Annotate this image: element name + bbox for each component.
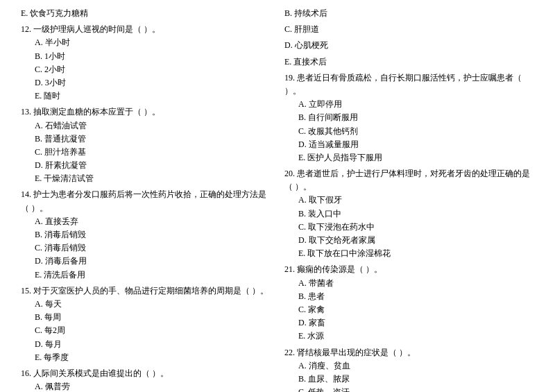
question-block-q16: 16. 人际间关系模式是由谁提出的（ ）。A. 佩普劳B. 纽曼C. 奥瑞姆D.… bbox=[21, 367, 271, 392]
option-q19-3: D. 适当减量服用 bbox=[284, 138, 534, 151]
question-title-q20: 20. 患者逝世后，护士进行尸体料理时，对死者牙齿的处理正确的是（ ）。 bbox=[284, 167, 534, 194]
question-block-q19: 19. 患者近日有骨质疏松，自行长期口服活性钙，护士应嘱患者（ ）。A. 立即停… bbox=[284, 71, 534, 164]
option-q16-0: A. 佩普劳 bbox=[21, 380, 271, 392]
question-title-q_d_heart: D. 心肌梗死 bbox=[284, 39, 534, 52]
question-block-q_d_heart: D. 心肌梗死 bbox=[284, 39, 534, 52]
option-q12-1: B. 1小时 bbox=[21, 50, 271, 63]
option-q19-2: C. 改服其他钙剂 bbox=[284, 125, 534, 138]
option-q21-1: B. 患者 bbox=[284, 290, 534, 303]
question-block-q20: 20. 患者逝世后，护士进行尸体料理时，对死者牙齿的处理正确的是（ ）。A. 取… bbox=[284, 167, 534, 260]
option-q21-3: D. 家畜 bbox=[284, 316, 534, 330]
option-q19-0: A. 立即停用 bbox=[284, 98, 534, 111]
question-block-q_e_choc: E. 饮食巧克力糖精 bbox=[21, 7, 271, 20]
option-q14-2: C. 消毒后销毁 bbox=[21, 241, 271, 255]
option-q13-3: D. 肝素抗凝管 bbox=[21, 159, 271, 172]
option-q15-0: A. 每天 bbox=[21, 298, 271, 311]
option-q22-0: A. 消瘦、贫血 bbox=[284, 359, 534, 373]
option-q14-1: B. 消毒后销毁 bbox=[21, 228, 271, 241]
question-title-q16: 16. 人际间关系模式是由谁提出的（ ）。 bbox=[21, 367, 271, 380]
option-q12-0: A. 半小时 bbox=[21, 36, 271, 49]
option-q19-4: E. 医护人员指导下服用 bbox=[284, 151, 534, 164]
option-q14-0: A. 直接丢弃 bbox=[21, 215, 271, 228]
question-title-q12: 12. 一级护理病人巡视的时间是（ ）。 bbox=[21, 23, 271, 36]
option-q15-2: C. 每2周 bbox=[21, 324, 271, 337]
option-q15-4: E. 每季度 bbox=[21, 351, 271, 364]
option-q14-4: E. 清洗后备用 bbox=[21, 269, 271, 282]
left-column: E. 饮食巧克力糖精12. 一级护理病人巡视的时间是（ ）。A. 半小时B. 1… bbox=[21, 7, 278, 392]
question-block-q15: 15. 对于灭室医护人员的手、物品进行定期细菌培养的周期是（ ）。A. 每天B.… bbox=[21, 284, 271, 364]
option-q12-2: C. 2小时 bbox=[21, 63, 271, 76]
option-q20-3: D. 取下交给死者家属 bbox=[284, 234, 534, 247]
main-content: E. 饮食巧克力糖精12. 一级护理病人巡视的时间是（ ）。A. 半小时B. 1… bbox=[21, 7, 534, 392]
question-block-q12: 12. 一级护理病人巡视的时间是（ ）。A. 半小时B. 1小时C. 2小时D.… bbox=[21, 23, 271, 103]
question-title-q19: 19. 患者近日有骨质疏松，自行长期口服活性钙，护士应嘱患者（ ）。 bbox=[284, 71, 534, 98]
option-q19-1: B. 自行间断服用 bbox=[284, 111, 534, 124]
option-q21-2: C. 家禽 bbox=[284, 303, 534, 316]
option-q14-3: D. 消毒后备用 bbox=[21, 255, 271, 268]
option-q13-2: C. 胆汁培养基 bbox=[21, 146, 271, 159]
question-title-q14: 14. 护士为患者分发口服药后将一次性药片收拾，正确的处理方法是（ ）。 bbox=[21, 188, 271, 214]
option-q22-2: C. 低热、盗汗 bbox=[284, 386, 534, 392]
option-q21-0: A. 带菌者 bbox=[284, 277, 534, 290]
option-q12-3: D. 3小时 bbox=[21, 76, 271, 90]
question-block-q22: 22. 肾结核最早出现的症状是（ ）。A. 消瘦、贫血B. 血尿、脓尿C. 低热… bbox=[284, 346, 534, 393]
question-block-q_b_after: B. 持续术后 bbox=[284, 7, 534, 20]
question-title-q_e_direct: E. 直接术后 bbox=[284, 56, 534, 69]
option-q13-1: B. 普通抗凝管 bbox=[21, 133, 271, 146]
question-block-q14: 14. 护士为患者分发口服药后将一次性药片收拾，正确的处理方法是（ ）。A. 直… bbox=[21, 188, 271, 281]
option-q12-4: E. 随时 bbox=[21, 90, 271, 103]
question-title-q21: 21. 癫痫的传染源是（ ）。 bbox=[284, 263, 534, 276]
question-title-q_b_after: B. 持续术后 bbox=[284, 7, 534, 20]
option-q13-4: E. 干燥清洁试管 bbox=[21, 172, 271, 185]
option-q20-2: C. 取下浸泡在药水中 bbox=[284, 221, 534, 234]
option-q20-1: B. 装入口中 bbox=[284, 207, 534, 221]
question-title-q13: 13. 抽取测定血糖的标本应置于（ ）。 bbox=[21, 105, 271, 119]
question-title-q_e_choc: E. 饮食巧克力糖精 bbox=[21, 7, 271, 20]
option-q15-3: D. 每月 bbox=[21, 338, 271, 351]
option-q22-1: B. 血尿、脓尿 bbox=[284, 373, 534, 386]
right-column: B. 持续术后C. 肝胆道D. 心肌梗死E. 直接术后19. 患者近日有骨质疏松… bbox=[278, 7, 534, 392]
question-title-q_c_liver: C. 肝胆道 bbox=[284, 23, 534, 36]
question-title-q15: 15. 对于灭室医护人员的手、物品进行定期细菌培养的周期是（ ）。 bbox=[21, 284, 271, 298]
option-q20-4: E. 取下放在口中涂湿棉花 bbox=[284, 247, 534, 260]
option-q20-0: A. 取下假牙 bbox=[284, 194, 534, 207]
question-block-q_e_direct: E. 直接术后 bbox=[284, 56, 534, 69]
option-q13-0: A. 石蜡油试管 bbox=[21, 119, 271, 133]
option-q21-4: E. 水源 bbox=[284, 330, 534, 343]
option-q15-1: B. 每周 bbox=[21, 311, 271, 324]
question-title-q22: 22. 肾结核最早出现的症状是（ ）。 bbox=[284, 346, 534, 359]
page-content: E. 饮食巧克力糖精12. 一级护理病人巡视的时间是（ ）。A. 半小时B. 1… bbox=[21, 7, 534, 392]
question-block-q21: 21. 癫痫的传染源是（ ）。A. 带菌者B. 患者C. 家禽D. 家畜E. 水… bbox=[284, 263, 534, 343]
question-block-q_c_liver: C. 肝胆道 bbox=[284, 23, 534, 36]
question-block-q13: 13. 抽取测定血糖的标本应置于（ ）。A. 石蜡油试管B. 普通抗凝管C. 胆… bbox=[21, 105, 271, 185]
